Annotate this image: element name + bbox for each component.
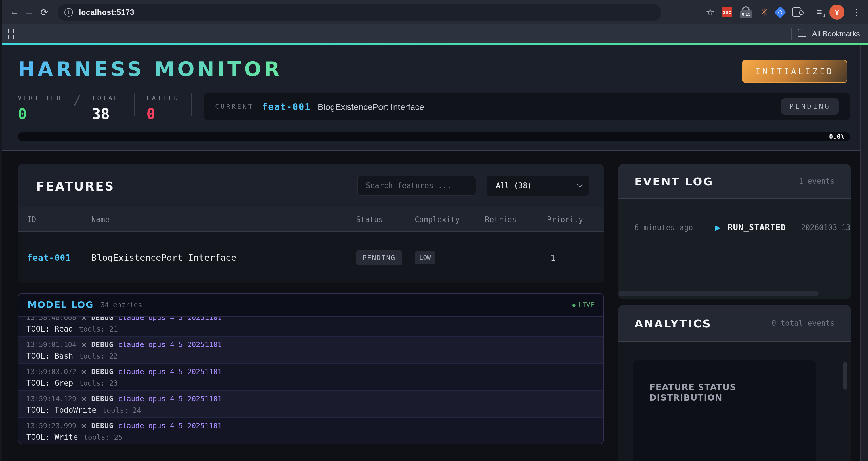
chart-card: FEATURE STATUS DISTRIBUTION xyxy=(633,360,816,461)
stat-total: TOTAL 38 xyxy=(92,94,134,123)
run-status-badge: INITIALIZED xyxy=(742,60,847,83)
log-level: DEBUG xyxy=(91,395,113,403)
folder-icon xyxy=(798,30,806,37)
toolbar-actions: ☆ SEO 0.13 ✳ ≡ ♪ Y ⋮ xyxy=(706,5,861,20)
event-run-id: 20260103_13 xyxy=(801,223,850,232)
col-id: ID xyxy=(27,215,91,224)
col-retries: Retries xyxy=(485,215,547,224)
analytics-header: ANALYTICS 0 total events xyxy=(618,305,851,342)
current-feature-bar: CURRENT feat-001 BlogExistencePort Inter… xyxy=(204,93,850,120)
event-row[interactable]: 6 minutes ago ▶ RUN_STARTED 20260103_13 xyxy=(618,223,851,232)
event-log-title: EVENT LOG xyxy=(634,175,714,188)
log-entry: 13:59:14.129 ⚒ DEBUG claude-opus-4-5-202… xyxy=(19,391,603,418)
log-model: claude-opus-4-5-20251101 xyxy=(118,340,222,349)
live-label: LIVE xyxy=(578,301,594,309)
analytics-count: 0 total events xyxy=(772,319,835,327)
vertical-scrollbar-thumb[interactable] xyxy=(843,362,847,390)
all-bookmarks-button[interactable]: All Bookmarks xyxy=(812,29,860,38)
meter-extension-icon[interactable]: 0.13 xyxy=(740,6,752,18)
analytics-title: ANALYTICS xyxy=(634,317,712,329)
window-edge xyxy=(0,0,2,461)
log-entry: 13:58:48.668 ⚒ DEBUG claude-opus-4-5-202… xyxy=(19,317,603,337)
log-entry: 13:59:01.104 ⚒ DEBUG claude-opus-4-5-202… xyxy=(19,337,603,364)
table-row[interactable]: feat-001 BlogExistencePort Interface PEN… xyxy=(18,231,604,283)
model-log-title: MODEL LOG xyxy=(28,299,94,310)
log-model: claude-opus-4-5-20251101 xyxy=(118,421,222,430)
site-info-icon[interactable]: i xyxy=(64,8,73,17)
current-feature-name: BlogExistencePort Interface xyxy=(318,102,424,111)
seo-extension-icon[interactable]: SEO xyxy=(722,7,732,17)
log-tool: TOOL: Read xyxy=(27,324,73,333)
model-log-header: MODEL LOG 34 entries ● LIVE xyxy=(19,293,603,317)
search-input[interactable] xyxy=(358,176,476,195)
log-tool: TOOL: TodoWrite xyxy=(27,405,97,414)
log-tool: TOOL: Bash xyxy=(27,351,73,360)
log-model: claude-opus-4-5-20251101 xyxy=(118,317,222,322)
log-meta: tools: 23 xyxy=(79,379,118,387)
chevron-down-icon xyxy=(577,182,583,188)
log-meta: tools: 21 xyxy=(79,325,118,333)
filter-value: All (38) xyxy=(496,181,532,190)
horizontal-scrollbar[interactable] xyxy=(618,291,818,296)
features-table-header: ID Name Status Complexity Retries Priori… xyxy=(18,207,604,231)
log-entry: 13:59:23.999 ⚒ DEBUG claude-opus-4-5-202… xyxy=(19,418,603,444)
profile-avatar[interactable]: Y xyxy=(830,5,844,20)
col-status: Status xyxy=(356,215,415,224)
model-log-panel: MODEL LOG 34 entries ● LIVE 13:58:48.668… xyxy=(18,293,604,444)
bookmarks-right: All Bookmarks xyxy=(792,28,860,39)
address-bar[interactable]: i localhost:5173 xyxy=(58,4,661,21)
page-accent-line xyxy=(0,43,868,45)
extensions-puzzle-icon[interactable] xyxy=(792,7,801,17)
stat-bar-separator xyxy=(191,93,192,116)
stat-total-label: TOTAL xyxy=(92,94,134,102)
row-complexity-badge: LOW xyxy=(415,251,435,264)
event-log-body: 6 minutes ago ▶ RUN_STARTED 20260103_13 xyxy=(618,199,851,299)
filter-dropdown[interactable]: All (38) xyxy=(487,176,589,196)
event-type: RUN_STARTED xyxy=(727,223,786,232)
log-meta: tools: 25 xyxy=(84,433,123,441)
chart-title: FEATURE STATUS DISTRIBUTION xyxy=(649,382,800,403)
analytics-panel: ANALYTICS 0 total events FEATURE STATUS … xyxy=(618,305,851,461)
page-title: HARNESS MONITOR xyxy=(18,58,282,81)
browser-toolbar: ← → ⟳ i localhost:5173 ☆ SEO 0.13 ✳ ≡ ♪ … xyxy=(0,0,868,24)
wrench-icon: ⚒ xyxy=(81,341,87,349)
stat-total-value: 38 xyxy=(92,105,134,123)
back-icon[interactable]: ← xyxy=(7,6,22,18)
features-title: FEATURES xyxy=(36,179,115,193)
tag-extension-icon[interactable] xyxy=(774,6,786,18)
stat-verified: VERIFIED 0 xyxy=(18,94,73,123)
stat-verified-value: 0 xyxy=(18,105,73,123)
log-meta: tools: 22 xyxy=(79,352,118,360)
row-id: feat-001 xyxy=(27,252,91,263)
event-log-count: 1 events xyxy=(799,177,835,185)
model-log-count: 34 entries xyxy=(101,301,143,309)
playlist-icon[interactable]: ≡ ♪ xyxy=(817,7,822,17)
log-level: DEBUG xyxy=(91,368,113,376)
col-complexity: Complexity xyxy=(415,215,485,224)
bookmarks-bar: All Bookmarks xyxy=(0,24,868,43)
log-entry: 13:59:03.072 ⚒ DEBUG claude-opus-4-5-202… xyxy=(19,364,603,391)
playlist-lines: ≡ xyxy=(817,7,822,17)
live-indicator: ● LIVE xyxy=(572,301,594,309)
progress-bar: 0.0% xyxy=(18,133,850,141)
bookmark-star-icon[interactable]: ☆ xyxy=(706,6,715,18)
wrench-icon: ⚒ xyxy=(81,395,87,403)
log-model: claude-opus-4-5-20251101 xyxy=(118,367,222,376)
browser-menu-icon[interactable]: ⋮ xyxy=(852,7,861,18)
event-log-header: EVENT LOG 1 events xyxy=(618,164,851,199)
play-icon: ▶ xyxy=(715,223,721,232)
event-time-ago: 6 minutes ago xyxy=(634,223,715,232)
apps-grid-icon[interactable] xyxy=(8,28,17,39)
wrench-icon: ⚒ xyxy=(81,368,87,376)
bookmarks-divider xyxy=(792,28,792,39)
stat-failed: FAILED 0 xyxy=(146,94,191,123)
log-time: 13:59:03.072 xyxy=(27,368,76,376)
model-log-list[interactable]: 13:58:48.668 ⚒ DEBUG claude-opus-4-5-202… xyxy=(19,317,603,444)
reload-icon[interactable]: ⟳ xyxy=(37,7,52,18)
log-tool: TOOL: Write xyxy=(27,432,78,441)
stat-failed-label: FAILED xyxy=(146,94,191,102)
page-scrollbar[interactable] xyxy=(860,45,868,461)
starburst-extension-icon[interactable]: ✳ xyxy=(760,7,769,17)
forward-icon[interactable]: → xyxy=(22,6,37,18)
toolbar-divider xyxy=(809,6,809,18)
